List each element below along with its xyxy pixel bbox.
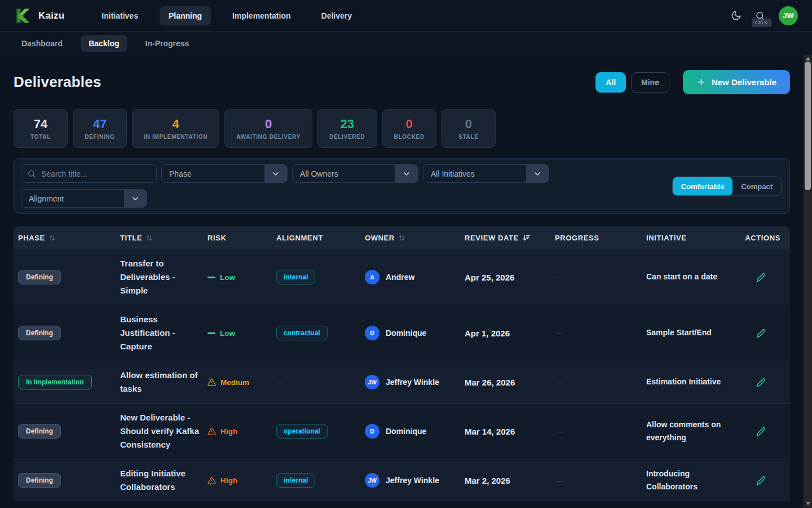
edit-button[interactable] [756, 476, 766, 485]
owner-name: Jeffrey Winkle [386, 378, 439, 387]
user-avatar[interactable]: JW [779, 6, 798, 25]
table-row[interactable]: Defining Transfer to Deliverables - Simp… [14, 249, 790, 305]
deliverable-title[interactable]: Transfer to Deliverables - Simple [120, 249, 208, 305]
deliverable-title[interactable]: New Deliverable - Should verify Kafka Co… [120, 404, 208, 459]
alignment-filter-select[interactable]: Alignment [21, 189, 147, 208]
stat-card: 0 BLOCKED [382, 109, 436, 148]
deliverable-title[interactable]: Editing Initiative Collaborators [120, 459, 208, 501]
edit-button[interactable] [756, 273, 766, 282]
actions-cell [743, 265, 786, 290]
sort-updown-icon [145, 234, 153, 242]
pencil-icon [756, 329, 766, 338]
column-header-alignment: ALIGNMENT [276, 234, 365, 242]
stat-value: 74 [25, 117, 56, 132]
stat-value: 23 [329, 117, 365, 132]
review-date: Mar 14, 2026 [465, 419, 555, 444]
risk-cell: Low [208, 266, 276, 289]
stat-value: 0 [394, 117, 425, 132]
alignment-badge: operational [276, 424, 328, 439]
search-title-input[interactable] [41, 169, 151, 178]
column-header-risk: RISK [208, 234, 276, 242]
initiatives-filter-select[interactable]: All Initiatives [423, 164, 549, 183]
risk-label: Low [220, 273, 235, 282]
column-header-title[interactable]: TITLE [120, 234, 208, 242]
stat-card: 0 STALE [442, 109, 496, 148]
phase-filter-select[interactable]: Phase [161, 164, 288, 183]
alignment-cell: contractual — [276, 318, 365, 348]
main-content: Deliverables AllMine New Deliverable 74 … [0, 55, 804, 501]
topnav-item-planning[interactable]: Planning [160, 6, 211, 25]
secondary-nav: DashboardBacklogIn-Progress [0, 32, 812, 55]
theme-toggle-button[interactable] [731, 10, 742, 21]
table-row[interactable]: Defining Editing Initiative Collaborator… [14, 459, 790, 501]
alignment-cell: internal — [276, 466, 365, 495]
alignment-cell: operational — [276, 417, 365, 446]
owners-filter-select[interactable]: All Owners [292, 164, 418, 183]
deliverable-title[interactable]: Business Justification - Capture [120, 305, 208, 361]
search-title-field[interactable] [21, 164, 157, 183]
warning-triangle-icon [208, 427, 216, 436]
pencil-icon [756, 273, 766, 282]
initiative-link[interactable]: Can start on a date [646, 263, 743, 291]
topnav-item-implementation[interactable]: Implementation [223, 6, 299, 25]
density-toggle: ComfortableCompact [672, 176, 782, 196]
vertical-scrollbar[interactable] [804, 55, 812, 508]
scrollbar-thumb[interactable] [805, 62, 811, 190]
risk-cell: Low [208, 322, 276, 345]
initiative-link[interactable]: Allow comments on everything [646, 411, 743, 453]
table-row[interactable]: Defining Business Justification - Captur… [14, 305, 790, 361]
brand[interactable]: Kaizu [14, 7, 64, 25]
owner-avatar: D [365, 424, 379, 439]
scope-all-button[interactable]: All [595, 72, 626, 93]
phase-cell: Defining [18, 318, 120, 348]
topnav-item-initiatives[interactable]: Initiatives [92, 6, 147, 25]
initiative-link[interactable]: Sample Start/End [646, 319, 743, 347]
shortcut-hint: Ctrl K [752, 19, 771, 27]
pencil-icon [756, 476, 766, 485]
phase-badge: Defining [18, 424, 61, 439]
column-header-date[interactable]: REVIEW DATE [465, 234, 555, 242]
initiative-link[interactable]: Estimation Initiative [646, 368, 743, 396]
edit-button[interactable] [756, 427, 766, 436]
chevron-down-icon [395, 165, 418, 182]
new-deliverable-button[interactable]: New Deliverable [683, 70, 790, 94]
chevron-down-icon [526, 165, 549, 182]
table-row[interactable]: Defining New Deliverable - Should verify… [14, 403, 790, 459]
warning-triangle-icon [208, 476, 216, 485]
edit-button[interactable] [756, 329, 766, 338]
stats-row: 74 TOTAL 47 DEFINING 4 IN IMPLEMENTATION… [14, 109, 790, 148]
owner-cell: D Dominique [365, 417, 465, 446]
kaizu-logo-icon [14, 7, 32, 25]
risk-cell: High [208, 469, 276, 492]
risk-cell: Medium [208, 371, 276, 394]
risk-label: Medium [220, 378, 249, 387]
owner-avatar: D [365, 326, 379, 340]
column-header-phase[interactable]: PHASE [18, 234, 120, 242]
phase-cell: In Implementation [18, 367, 120, 397]
owner-name: Dominique [386, 427, 426, 436]
density-comfortable-button[interactable]: Comfortable [673, 177, 733, 195]
scope-mine-button[interactable]: Mine [631, 72, 669, 93]
topnav-item-delivery[interactable]: Delivery [312, 6, 361, 25]
column-header-owner[interactable]: OWNER [365, 234, 465, 242]
phase-badge: Defining [18, 270, 61, 284]
stat-value: 47 [85, 117, 115, 132]
subnav-item-dashboard[interactable]: Dashboard [14, 35, 70, 52]
actions-cell [743, 419, 786, 444]
table-row[interactable]: In Implementation Allow estimation of ta… [14, 361, 790, 403]
subnav-item-backlog[interactable]: Backlog [81, 35, 127, 52]
progress-value: — [555, 370, 646, 394]
chevron-down-icon [124, 190, 147, 207]
owner-cell: A Andrew [365, 262, 465, 292]
density-compact-button[interactable]: Compact [732, 177, 781, 195]
alignment-badge: internal [276, 270, 315, 284]
initiative-link[interactable]: Introducing Collaborators [646, 460, 743, 502]
stat-label: TOTAL [25, 134, 56, 140]
edit-button[interactable] [756, 378, 766, 387]
deliverable-title[interactable]: Allow estimation of tasks [120, 361, 208, 403]
scroll-down-arrow[interactable] [804, 500, 812, 507]
filters-panel: Phase All Owners All Initiatives Alig [14, 158, 790, 214]
subnav-item-in-progress[interactable]: In-Progress [138, 35, 197, 52]
progress-value: — [555, 265, 646, 289]
actions-cell [743, 370, 786, 395]
